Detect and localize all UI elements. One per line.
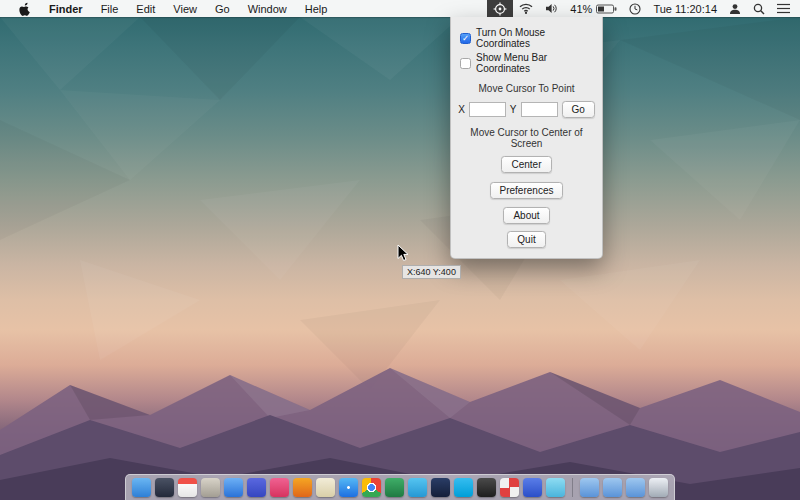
battery-percent: 41% (570, 3, 592, 15)
launchpad-icon[interactable] (155, 478, 174, 497)
mouse-coordinates-panel: Turn On Mouse Coordinates Show Menu Bar … (450, 17, 603, 259)
coordinate-tooltip: X:640 Y:400 (402, 265, 461, 279)
box-icon[interactable] (546, 478, 565, 497)
terminal-icon[interactable] (477, 478, 496, 497)
crosshair-icon (493, 2, 507, 16)
twitter-icon[interactable] (408, 478, 427, 497)
minimized-window-icon-2[interactable] (603, 478, 622, 497)
list-icon (777, 3, 790, 14)
dock (125, 474, 675, 500)
minimized-window-icon-1[interactable] (580, 478, 599, 497)
mail-icon[interactable] (224, 478, 243, 497)
search-icon (753, 3, 765, 15)
menu-item-view[interactable]: View (164, 0, 206, 17)
contacts-icon[interactable] (201, 478, 220, 497)
mouse-coordinates-menu-extra[interactable] (487, 0, 513, 17)
menu-bar: Finder File Edit View Go Window Help (0, 0, 800, 17)
x-label: X (458, 104, 465, 115)
menu-bar-clock[interactable]: Tue 11:20:14 (647, 3, 723, 15)
y-coordinate-input[interactable] (521, 102, 558, 117)
show-menu-bar-coordinates-checkbox[interactable] (460, 58, 471, 69)
preferences-button[interactable]: Preferences (490, 182, 564, 199)
volume-icon (545, 3, 558, 14)
wifi-icon (519, 3, 533, 14)
wifi-menu-extra[interactable] (513, 0, 539, 17)
menu-item-help[interactable]: Help (296, 0, 337, 17)
menu-item-go[interactable]: Go (206, 0, 239, 17)
menu-item-file[interactable]: File (92, 0, 128, 17)
turn-on-mouse-coordinates-row[interactable]: Turn On Mouse Coordinates (460, 27, 596, 49)
pinwheel-icon[interactable] (500, 478, 519, 497)
screen: Finder File Edit View Go Window Help (0, 0, 800, 500)
apple-menu[interactable] (10, 0, 40, 17)
menu-bar-status-area: 41% Tue 11:20:14 (487, 0, 800, 17)
itunes-icon[interactable] (270, 478, 289, 497)
menu-item-window[interactable]: Window (239, 0, 296, 17)
volume-menu-extra[interactable] (539, 0, 564, 17)
finder-icon[interactable] (132, 478, 151, 497)
safari-icon[interactable] (339, 478, 358, 497)
app-store-icon[interactable] (247, 478, 266, 497)
calendar-icon[interactable] (178, 478, 197, 497)
turn-on-mouse-coordinates-label: Turn On Mouse Coordinates (476, 27, 596, 49)
user-icon (729, 3, 741, 15)
turn-on-mouse-coordinates-checkbox[interactable] (460, 33, 471, 44)
maps-icon[interactable] (316, 478, 335, 497)
notification-center-menu-extra[interactable] (771, 0, 796, 17)
skype-icon[interactable] (454, 478, 473, 497)
go-button[interactable]: Go (562, 101, 595, 118)
show-menu-bar-coordinates-label: Show Menu Bar Coordinates (476, 52, 596, 74)
clock-icon (629, 3, 641, 15)
clock-menu-extra[interactable] (623, 0, 647, 17)
firefox-icon[interactable] (293, 478, 312, 497)
cube-icon[interactable] (523, 478, 542, 497)
minimized-window-icon-3[interactable] (626, 478, 645, 497)
move-cursor-center-label: Move Cursor to Center of Screen (457, 127, 596, 149)
photoshop-icon[interactable] (431, 478, 450, 497)
x-coordinate-input[interactable] (469, 102, 506, 117)
y-label: Y (510, 104, 517, 115)
battery-icon (596, 4, 617, 14)
spotlight-menu-extra[interactable] (747, 0, 771, 17)
dock-divider (572, 478, 573, 497)
show-menu-bar-coordinates-row[interactable]: Show Menu Bar Coordinates (460, 52, 596, 74)
menu-item-finder[interactable]: Finder (40, 0, 92, 17)
menu-bar-left: Finder File Edit View Go Window Help (0, 0, 336, 17)
chrome-icon[interactable] (362, 478, 381, 497)
center-button[interactable]: Center (501, 156, 551, 173)
move-cursor-to-point-label: Move Cursor To Point (457, 83, 596, 94)
dock-right (580, 478, 668, 497)
dock-apps (132, 478, 565, 497)
user-menu-extra[interactable] (723, 0, 747, 17)
mouse-cursor (397, 244, 409, 266)
excel-icon[interactable] (385, 478, 404, 497)
battery-menu-extra[interactable]: 41% (564, 0, 623, 17)
trash-icon[interactable] (649, 478, 668, 497)
apple-icon (19, 2, 31, 16)
about-button[interactable]: About (503, 207, 549, 224)
quit-button[interactable]: Quit (507, 231, 545, 248)
menu-item-edit[interactable]: Edit (127, 0, 164, 17)
